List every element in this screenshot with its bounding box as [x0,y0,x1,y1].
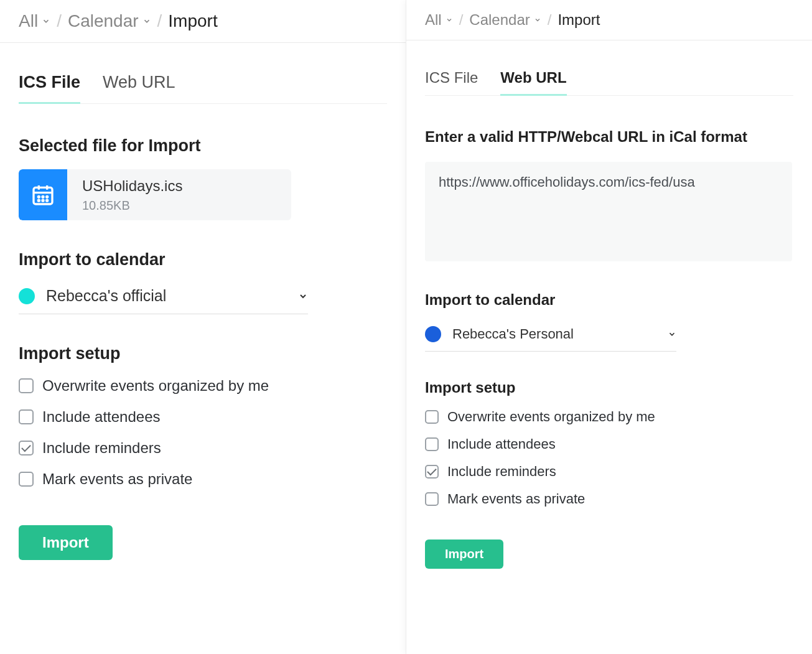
option-attendees[interactable]: Include attendees [19,408,387,426]
import-button[interactable]: Import [19,525,113,560]
option-label: Include attendees [42,408,160,426]
tab-ics-file[interactable]: ICS File [425,69,478,95]
checkbox-unchecked-icon [19,409,34,424]
file-name: USHolidays.ics [82,177,182,195]
svg-point-5 [42,196,44,197]
option-label: Overwrite events organized by me [42,377,269,395]
selected-file-card[interactable]: USHolidays.ics 10.85KB [19,169,291,220]
option-overwrite[interactable]: Overwrite events organized by me [425,409,793,425]
breadcrumb-mid-label: Calendar [469,11,530,29]
option-reminders[interactable]: Include reminders [425,464,793,480]
chevron-down-icon [42,17,50,26]
calendar-name: Rebecca's Personal [452,326,656,342]
option-label: Mark events as private [447,491,585,507]
breadcrumb-separator: / [57,11,62,31]
option-label: Include attendees [447,436,556,452]
tabs: ICS File Web URL [425,69,793,96]
checkbox-unchecked-icon [425,410,439,424]
tab-web-url[interactable]: Web URL [500,69,566,95]
panel-web-url: All / Calendar / Import ICS File Web URL… [406,0,812,654]
chevron-down-icon [142,17,151,26]
tabs: ICS File Web URL [19,73,387,104]
option-overwrite[interactable]: Overwrite events organized by me [19,377,387,395]
checkbox-unchecked-icon [19,472,34,487]
option-private[interactable]: Mark events as private [19,470,387,488]
url-input[interactable] [425,162,792,261]
url-heading: Enter a valid HTTP/Webcal URL in iCal fo… [425,128,793,146]
breadcrumb-separator: / [157,11,162,31]
breadcrumb-separator: / [459,11,464,29]
svg-point-7 [38,200,39,201]
checkbox-checked-icon [19,441,34,455]
breadcrumb: All / Calendar / Import [406,11,812,40]
import-setup-heading: Import setup [425,379,793,396]
breadcrumb-mid-label: Calendar [68,11,139,31]
breadcrumb-root-label: All [19,11,38,31]
calendar-color-dot [425,326,441,342]
chevron-down-icon [298,291,308,301]
checkbox-unchecked-icon [19,378,34,393]
option-reminders[interactable]: Include reminders [19,439,387,457]
option-label: Overwrite events organized by me [447,409,655,425]
file-meta: USHolidays.ics 10.85KB [82,177,195,213]
calendar-name: Rebecca's official [46,287,287,305]
calendar-select[interactable]: Rebecca's official [19,287,308,314]
checkbox-unchecked-icon [425,437,439,451]
import-setup-options: Overwrite events organized by me Include… [19,377,387,488]
option-label: Include reminders [447,464,556,480]
breadcrumb-mid[interactable]: Calendar [68,11,151,31]
checkbox-unchecked-icon [425,492,439,506]
option-private[interactable]: Mark events as private [425,491,793,507]
file-size: 10.85KB [82,199,182,213]
breadcrumb-root[interactable]: All [19,11,50,31]
selected-file-heading: Selected file for Import [19,136,387,156]
calendar-file-icon [19,169,67,220]
breadcrumb-mid[interactable]: Calendar [469,11,541,29]
breadcrumb-separator: / [548,11,552,29]
tab-web-url[interactable]: Web URL [103,73,175,103]
svg-point-4 [38,196,39,197]
calendar-color-dot [19,288,35,304]
option-attendees[interactable]: Include attendees [425,436,793,452]
import-button[interactable]: Import [425,540,503,569]
breadcrumb-current: Import [168,11,217,31]
calendar-select[interactable]: Rebecca's Personal [425,326,676,352]
svg-point-9 [47,200,48,201]
breadcrumb-root-label: All [425,11,442,29]
panel-ics-file: All / Calendar / Import ICS File Web URL… [0,0,406,654]
svg-point-8 [42,200,44,201]
breadcrumb: All / Calendar / Import [0,11,406,43]
breadcrumb-current: Import [558,11,600,29]
import-to-heading: Import to calendar [425,291,793,309]
import-setup-heading: Import setup [19,344,387,363]
option-label: Mark events as private [42,470,192,488]
import-setup-options: Overwrite events organized by me Include… [425,409,793,507]
checkbox-checked-icon [425,465,439,479]
tab-ics-file[interactable]: ICS File [19,73,80,103]
import-to-heading: Import to calendar [19,250,387,269]
breadcrumb-root[interactable]: All [425,11,453,29]
chevron-down-icon [446,16,453,24]
option-label: Include reminders [42,439,161,457]
chevron-down-icon [534,16,541,24]
chevron-down-icon [668,330,676,339]
svg-point-6 [47,196,48,197]
